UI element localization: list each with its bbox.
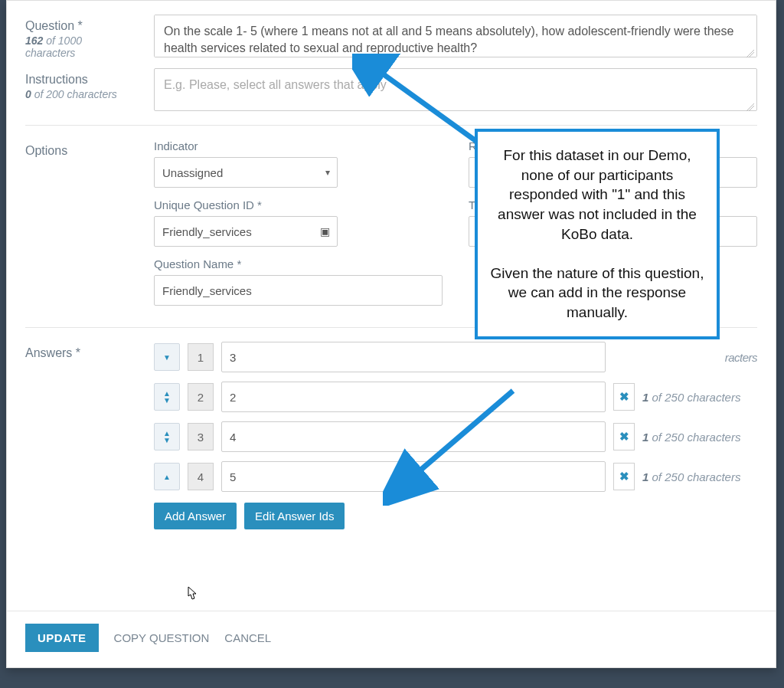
delete-answer-button[interactable]: ✖	[613, 463, 635, 490]
annotation-callout: For this dataset in our Demo, none of ou…	[475, 129, 720, 339]
question-section: Question * 162 of 1000 characters On the…	[25, 15, 757, 61]
answer-input[interactable]	[221, 421, 606, 452]
answer-buttons-row: Add Answer Edit Answer Ids	[154, 503, 757, 529]
question-name-label: Question Name *	[154, 257, 443, 270]
question-label: Question *	[25, 19, 154, 33]
sort-up-button[interactable]: ▲	[154, 463, 180, 490]
answer-char-note: 1 of 250 characters	[642, 470, 757, 483]
modal-footer: UPDATE COPY QUESTION CANCEL	[7, 611, 776, 667]
indicator-select[interactable]: Unassigned	[154, 157, 338, 188]
answers-label: Answers *	[25, 342, 154, 360]
callout-paragraph-1: For this dataset in our Demo, none of ou…	[490, 146, 704, 244]
add-answer-button[interactable]: Add Answer	[154, 503, 237, 529]
answer-number: 4	[188, 463, 214, 490]
question-char-count: 162 of 1000 characters	[25, 34, 154, 59]
separator	[25, 125, 757, 126]
question-name-input[interactable]	[154, 275, 443, 306]
answer-input[interactable]	[221, 461, 606, 492]
question-label-block: Question * 162 of 1000 characters	[25, 15, 154, 59]
update-button[interactable]: UPDATE	[25, 624, 99, 652]
cancel-button[interactable]: CANCEL	[224, 631, 271, 644]
answer-char-note: 1 of 250 characters	[642, 391, 757, 404]
instructions-section: Instructions 0 of 200 characters	[25, 68, 757, 114]
options-label: Options	[25, 139, 154, 158]
unique-id-label: Unique Question ID *	[154, 198, 443, 211]
answer-row: ▲▼ 2 ✖ 1 of 250 characters	[154, 382, 757, 412]
question-textarea-wrap: On the scale 1- 5 (where 1 means not at …	[154, 15, 757, 61]
edit-answer-ids-button[interactable]: Edit Answer Ids	[244, 503, 345, 529]
answer-input[interactable]	[221, 382, 606, 412]
sort-updown-button[interactable]: ▲▼	[154, 423, 180, 450]
copy-question-button[interactable]: COPY QUESTION	[114, 631, 210, 644]
answers-section: Answers * ▼ 1 ✖ racters ▲▼ 2	[25, 342, 757, 529]
answer-number: 1	[188, 343, 214, 371]
question-textarea[interactable]: On the scale 1- 5 (where 1 means not at …	[154, 15, 757, 57]
unique-id-input[interactable]	[154, 216, 338, 247]
callout-paragraph-2: Given the nature of this question, we ca…	[490, 264, 704, 323]
answers-list: ▼ 1 ✖ racters ▲▼ 2 ✖ 1 o	[154, 342, 757, 492]
save-icon[interactable]: ▣	[320, 225, 330, 238]
answer-number: 2	[188, 383, 214, 411]
answer-char-note: 1 of 250 characters	[642, 431, 757, 444]
answer-row: ▲ 4 ✖ 1 of 250 characters	[154, 461, 757, 492]
instructions-label-block: Instructions 0 of 200 characters	[25, 68, 154, 100]
instructions-textarea-wrap	[154, 68, 757, 114]
answer-number: 3	[188, 423, 214, 450]
resize-handle-icon[interactable]	[746, 103, 754, 111]
indicator-label: Indicator	[154, 139, 443, 152]
answer-input[interactable]	[221, 342, 606, 372]
sort-down-button[interactable]: ▼	[154, 343, 180, 371]
answers-content: ▼ 1 ✖ racters ▲▼ 2 ✖ 1 o	[154, 342, 757, 529]
delete-answer-button[interactable]: ✖	[613, 423, 635, 450]
resize-handle-icon[interactable]	[746, 50, 754, 57]
answer-char-note: racters	[642, 351, 757, 364]
instructions-textarea[interactable]	[154, 68, 757, 111]
delete-answer-button[interactable]: ✖	[613, 383, 635, 411]
instructions-char-count: 0 of 200 characters	[25, 88, 154, 100]
cursor-pointer-icon	[184, 585, 199, 606]
answer-row: ▲▼ 3 ✖ 1 of 250 characters	[154, 421, 757, 452]
sort-updown-button[interactable]: ▲▼	[154, 383, 180, 411]
indicator-select-wrap: Unassigned ▾	[154, 157, 338, 188]
answer-row: ▼ 1 ✖ racters	[154, 342, 757, 372]
instructions-label: Instructions	[25, 73, 154, 87]
